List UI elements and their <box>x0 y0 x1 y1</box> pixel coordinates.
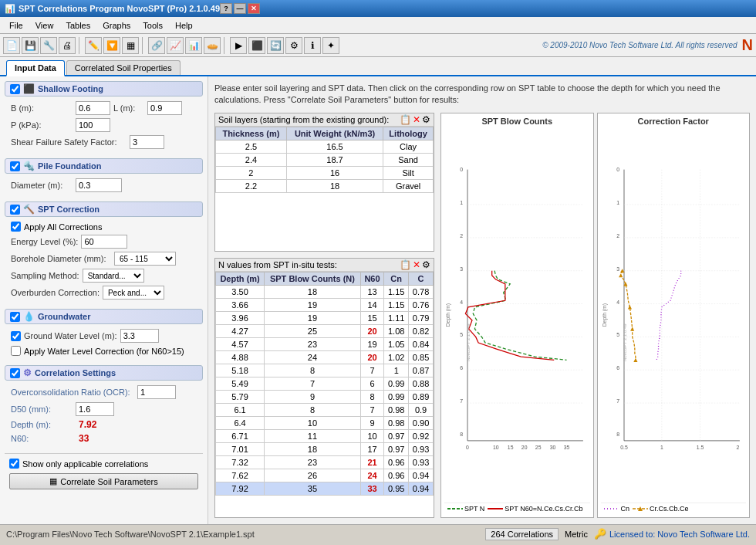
spt-copy-icon[interactable]: 📋 <box>400 260 411 269</box>
correlate-button[interactable]: ▦ Correlate Soil Parameters <box>9 473 198 489</box>
filter-button[interactable]: 🔽 <box>103 37 120 54</box>
list-item: 33 <box>360 482 384 495</box>
list-item: 11 <box>265 429 361 442</box>
b-label: B (m): <box>11 103 73 113</box>
print-button[interactable]: 🖨 <box>59 37 76 54</box>
table-row[interactable]: 4.8824201.020.85 <box>216 350 434 364</box>
sampling-select[interactable]: Standard... <box>83 269 144 283</box>
tab-correlated-soil[interactable]: Correlated Soil Properties <box>66 60 181 75</box>
play-button[interactable]: ▶ <box>230 37 247 54</box>
svg-text:1: 1 <box>460 200 463 205</box>
table-row[interactable]: 3.5018131.150.78 <box>216 285 434 298</box>
table-row[interactable]: 3.6619141.150.76 <box>216 298 434 311</box>
menu-view[interactable]: View <box>29 19 60 32</box>
soil-copy-icon[interactable]: 📋 <box>400 115 411 124</box>
spt-correction-checkbox[interactable] <box>10 205 20 215</box>
shallow-footing-checkbox[interactable] <box>10 84 20 94</box>
menu-file[interactable]: File <box>3 19 29 32</box>
menu-graphs[interactable]: Graphs <box>96 19 137 32</box>
list-item: 7.01 <box>216 442 265 455</box>
gwl-checkbox[interactable] <box>11 331 21 341</box>
soil-delete-icon[interactable]: ✕ <box>413 115 420 124</box>
list-item: 6.4 <box>216 416 265 429</box>
sf-input[interactable] <box>130 135 164 149</box>
diam-input[interactable] <box>76 178 122 192</box>
table-row[interactable]: 7.9235330.950.94 <box>216 482 434 495</box>
soil-layers-scroll[interactable]: Thickness (m) Unit Weight (kN/m3) Lithol… <box>215 127 434 251</box>
table-button[interactable]: ▦ <box>122 37 139 54</box>
graph-button[interactable]: 📈 <box>167 37 184 54</box>
spt-settings-icon[interactable]: ⚙ <box>422 260 430 269</box>
minimize-button[interactable]: — <box>234 3 246 14</box>
list-item: 0.84 <box>409 337 434 350</box>
d50-label: D50 (mm): <box>11 405 73 414</box>
charts-area: SPT Blow Counts 0 10 15 20 25 <box>440 113 750 518</box>
new-button[interactable]: 📄 <box>3 37 20 54</box>
tools-button[interactable]: 🔧 <box>40 37 57 54</box>
extra-button[interactable]: ✦ <box>322 37 339 54</box>
close-button[interactable]: ✕ <box>248 3 260 14</box>
list-item: 8 <box>265 403 361 416</box>
help-button[interactable]: ? <box>220 3 232 14</box>
table-row[interactable]: 3.9619151.110.79 <box>216 311 434 324</box>
table-row[interactable]: 4.2725201.080.82 <box>216 324 434 337</box>
table-row[interactable]: 6.1870.980.9 <box>216 403 434 416</box>
list-item: 0.79 <box>409 311 434 324</box>
d50-input[interactable] <box>76 402 114 416</box>
svg-text:30: 30 <box>550 445 556 450</box>
info-button[interactable]: ℹ <box>304 37 321 54</box>
table-row[interactable]: 2.516.5Clay <box>216 140 434 153</box>
apply-all-checkbox[interactable] <box>11 222 21 232</box>
corr-settings-checkbox[interactable] <box>10 368 20 378</box>
table-row[interactable]: 216Silt <box>216 166 434 179</box>
list-item: 10 <box>360 429 384 442</box>
bar-button[interactable]: 📊 <box>185 37 202 54</box>
gwl-label: Ground Water Level (m): <box>24 331 117 340</box>
groundwater-checkbox[interactable] <box>10 312 20 322</box>
borehole-select[interactable]: 65 - 115 115 - 150 <box>114 252 176 266</box>
svg-text:6: 6 <box>616 365 619 371</box>
logo-icon: N <box>742 36 753 54</box>
pile-foundation-checkbox[interactable] <box>10 161 20 171</box>
menu-help[interactable]: Help <box>169 19 199 32</box>
apply-water-checkbox[interactable] <box>11 346 21 356</box>
b-input[interactable] <box>76 101 110 115</box>
save-button[interactable]: 💾 <box>22 37 39 54</box>
refresh-button[interactable]: 🔄 <box>267 37 284 54</box>
gwl-input[interactable] <box>120 329 159 343</box>
spt-delete-icon[interactable]: ✕ <box>413 260 420 269</box>
table-row[interactable]: 7.6226240.960.94 <box>216 469 434 482</box>
table-row[interactable]: 5.49760.990.88 <box>216 377 434 390</box>
l-input[interactable] <box>147 101 182 115</box>
list-item: 0.9 <box>409 403 434 416</box>
show-applicable-checkbox[interactable] <box>9 459 19 469</box>
overburden-select[interactable]: Peck and... <box>103 286 164 300</box>
settings-button[interactable]: ⚙ <box>285 37 302 54</box>
table-row[interactable]: 7.3223210.960.93 <box>216 455 434 469</box>
shallow-footing-body: B (m): L (m): P (kPa): Shear Failure Saf… <box>5 101 203 158</box>
table-row[interactable]: 4.5723191.050.84 <box>216 337 434 350</box>
table-row[interactable]: 5.188710.87 <box>216 364 434 377</box>
soil-settings-icon[interactable]: ⚙ <box>422 115 430 124</box>
list-item: 0.89 <box>409 390 434 403</box>
stop-button[interactable]: ⬛ <box>248 37 265 54</box>
tab-input-data[interactable]: Input Data <box>6 60 65 76</box>
pie-button[interactable]: 🥧 <box>204 37 221 54</box>
table-row[interactable]: 2.418.7Sand <box>216 153 434 166</box>
ocr-input[interactable] <box>137 385 176 399</box>
table-row[interactable]: 6.41090.980.90 <box>216 416 434 429</box>
menu-tools[interactable]: Tools <box>137 19 169 32</box>
table-row[interactable]: 7.0118170.970.93 <box>216 442 434 455</box>
spt-scroll[interactable]: Depth (m) SPT Blow Counts (N) N60 Cn C 3… <box>215 272 434 517</box>
list-item: 1.11 <box>384 311 409 324</box>
p-input[interactable] <box>76 118 110 132</box>
table-row[interactable]: 2.218Gravel <box>216 179 434 192</box>
energy-input[interactable] <box>81 235 127 249</box>
edit-button[interactable]: ✏️ <box>85 37 102 54</box>
table-row[interactable]: 6.7111100.970.92 <box>216 429 434 442</box>
table-row[interactable]: 5.79980.990.89 <box>216 390 434 403</box>
svg-marker-55 <box>619 273 623 277</box>
col-lithology: Lithology <box>383 127 434 140</box>
link-button[interactable]: 🔗 <box>148 37 165 54</box>
menu-tables[interactable]: Tables <box>59 19 96 32</box>
